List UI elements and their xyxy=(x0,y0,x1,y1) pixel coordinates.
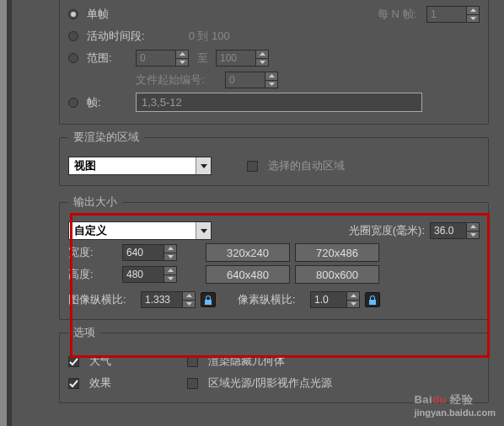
radio-single-frame[interactable] xyxy=(68,9,78,19)
label-aperture: 光圈宽度(毫米): xyxy=(349,223,425,238)
preset-640x480-button[interactable]: 640x480 xyxy=(206,265,290,284)
label-single-frame: 单帧 xyxy=(87,7,131,22)
label-atmosphere: 大气 xyxy=(89,354,182,369)
label-image-aspect: 图像纵横比: xyxy=(68,292,136,307)
combo-area-value: 视图 xyxy=(69,158,196,173)
input-every-n[interactable] xyxy=(426,6,467,23)
preset-720x486-button[interactable]: 720x486 xyxy=(295,243,379,262)
label-every-n: 每 N 帧: xyxy=(378,7,421,22)
legend-options: 选项 xyxy=(68,325,100,340)
chevron-down-icon xyxy=(196,157,211,174)
combo-output-preset[interactable]: 自定义 xyxy=(68,221,212,240)
spinner-height[interactable] xyxy=(122,266,177,283)
label-range-to: 至 xyxy=(194,51,211,66)
checkbox-hidden-geometry[interactable] xyxy=(187,356,198,367)
checkbox-effects[interactable] xyxy=(68,378,79,389)
spinner-range-to[interactable] xyxy=(216,50,269,67)
legend-area: 要渲染的区域 xyxy=(68,130,144,145)
lock-pixel-aspect-icon[interactable] xyxy=(365,292,380,307)
checkbox-atmosphere[interactable] xyxy=(68,356,79,367)
input-frames[interactable] xyxy=(136,93,422,112)
spin-down-icon xyxy=(467,15,479,23)
spinner-range-from[interactable] xyxy=(136,50,189,67)
checkbox-auto-region[interactable] xyxy=(247,161,258,172)
spinner-every-n[interactable] xyxy=(426,6,480,23)
checkbox-area-lights[interactable] xyxy=(187,378,198,389)
chevron-down-icon xyxy=(196,222,211,239)
label-frames: 帧: xyxy=(87,95,131,110)
label-area-lights: 区域光源/阴影视作点光源 xyxy=(208,375,332,391)
spinner-file-start[interactable] xyxy=(225,72,278,88)
legend-output-size: 输出大小 xyxy=(68,194,122,210)
spin-up-icon xyxy=(467,7,479,15)
spinner-image-aspect[interactable] xyxy=(141,291,196,308)
preset-320x240-button[interactable]: 320x240 xyxy=(206,243,290,262)
preset-800x600-button[interactable]: 800x600 xyxy=(295,265,379,284)
spinner-aperture[interactable] xyxy=(430,222,480,239)
label-pixel-aspect: 像素纵横比: xyxy=(238,292,305,307)
label-effects: 效果 xyxy=(89,375,182,391)
lock-image-aspect-icon[interactable] xyxy=(201,292,216,307)
label-range: 范围: xyxy=(87,51,131,66)
label-hidden-geometry: 渲染隐藏几何体 xyxy=(208,354,285,369)
label-file-start-number: 文件起始编号: xyxy=(136,72,220,88)
radio-range[interactable] xyxy=(68,53,78,63)
label-active-segment: 活动时间段: xyxy=(87,29,145,44)
label-auto-region: 选择的自动区域 xyxy=(268,158,345,173)
value-active-range: 0 到 100 xyxy=(189,29,233,44)
spinner-width[interactable] xyxy=(122,244,177,261)
label-height: 高度: xyxy=(68,267,117,282)
radio-frames[interactable] xyxy=(68,98,78,108)
label-width: 宽度: xyxy=(68,245,117,260)
combo-area-view[interactable]: 视图 xyxy=(68,157,212,175)
radio-active-segment[interactable] xyxy=(68,31,78,41)
watermark: Baidu经验 jingyan.baidu.com xyxy=(414,390,496,418)
spinner-pixel-aspect[interactable] xyxy=(310,291,360,308)
combo-output-value: 自定义 xyxy=(69,223,196,238)
